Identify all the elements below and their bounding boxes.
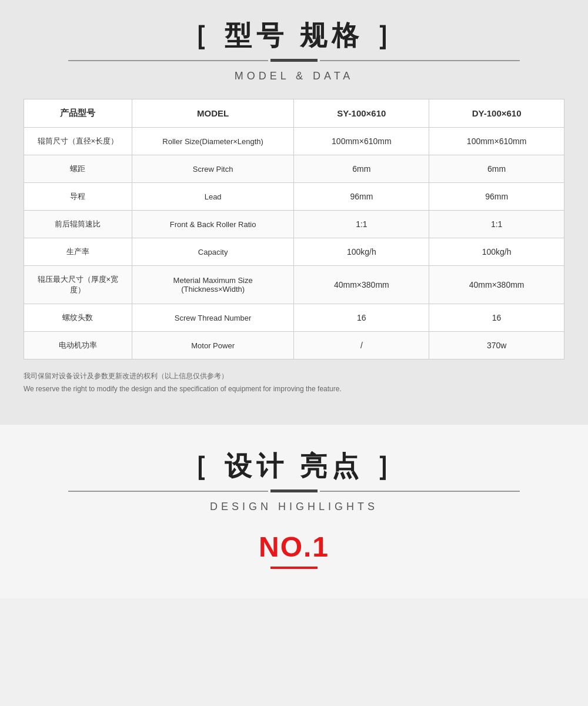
- table-cell: Screw Thread Number: [132, 304, 294, 332]
- table-cell: Motor Power: [132, 332, 294, 359]
- disclaimer-en: We reserve the right to modify the desig…: [24, 383, 564, 396]
- model-title-divider: [24, 59, 564, 62]
- spec-table: 产品型号 MODEL SY-100×610 DY-100×610 辊筒尺寸（直径…: [24, 99, 564, 359]
- design-title-block: ［ 设计 亮点 ］ DESIGN HIGHLIGHTS: [24, 448, 564, 513]
- table-cell: 电动机功率: [24, 332, 132, 359]
- table-cell: 100mm×610mm: [294, 128, 429, 155]
- header-chinese: 产品型号: [24, 99, 132, 128]
- table-cell: 40mm×380mm: [294, 266, 429, 304]
- divider-line-right-2: [320, 491, 520, 492]
- table-container: 产品型号 MODEL SY-100×610 DY-100×610 辊筒尺寸（直径…: [24, 99, 564, 359]
- table-cell: Roller Size(Diameter×Length): [132, 128, 294, 155]
- divider-line-left-2: [68, 491, 268, 492]
- table-cell: 1:1: [294, 211, 429, 238]
- table-cell: 100mm×610mm: [429, 128, 564, 155]
- table-cell: 辊压最大尺寸（厚度×宽度）: [24, 266, 132, 304]
- header-sy: SY-100×610: [294, 99, 429, 128]
- table-cell: 1:1: [429, 211, 564, 238]
- table-row: 生产率Capacity100kg/h100kg/h: [24, 238, 564, 266]
- table-cell: 螺纹头数: [24, 304, 132, 332]
- design-title-cn: ［ 设计 亮点 ］: [24, 448, 564, 485]
- table-cell: 16: [429, 304, 564, 332]
- table-row: 螺距Screw Pitch6mm6mm: [24, 155, 564, 183]
- divider-line-right: [320, 60, 520, 61]
- table-row: 辊压最大尺寸（厚度×宽度）Meterial Maximum Size (Thic…: [24, 266, 564, 304]
- table-cell: Lead: [132, 183, 294, 211]
- table-row: 辊筒尺寸（直径×长度）Roller Size(Diameter×Length)1…: [24, 128, 564, 155]
- table-row: 螺纹头数Screw Thread Number1616: [24, 304, 564, 332]
- table-cell: Screw Pitch: [132, 155, 294, 183]
- table-cell: 生产率: [24, 238, 132, 266]
- table-cell: 6mm: [429, 155, 564, 183]
- table-cell: 6mm: [294, 155, 429, 183]
- table-cell: /: [294, 332, 429, 359]
- no1-label: NO.1: [24, 531, 564, 563]
- table-cell: 96mm: [429, 183, 564, 211]
- section-design: ［ 设计 亮点 ］ DESIGN HIGHLIGHTS NO.1: [0, 425, 588, 598]
- divider-line-left: [68, 60, 268, 61]
- table-cell: 40mm×380mm: [429, 266, 564, 304]
- disclaimer-cn: 我司保留对设备设计及参数更新改进的权利（以上信息仅供参考）: [24, 370, 564, 383]
- model-title-en: MODEL & DATA: [24, 70, 564, 82]
- table-cell: 16: [294, 304, 429, 332]
- section-model: ［ 型号 规格 ］ MODEL & DATA 产品型号 MODEL SY-100…: [0, 0, 588, 425]
- table-header-row: 产品型号 MODEL SY-100×610 DY-100×610: [24, 99, 564, 128]
- no1-block: NO.1: [24, 531, 564, 569]
- design-title-divider: [24, 489, 564, 492]
- table-row: 电动机功率Motor Power/370w: [24, 332, 564, 359]
- table-cell: 100kg/h: [429, 238, 564, 266]
- table-cell: 96mm: [294, 183, 429, 211]
- design-title-en: DESIGN HIGHLIGHTS: [24, 501, 564, 513]
- table-cell: 370w: [429, 332, 564, 359]
- header-dy: DY-100×610: [429, 99, 564, 128]
- table-cell: 前后辊筒速比: [24, 211, 132, 238]
- table-cell: 导程: [24, 183, 132, 211]
- divider-center-bar-2: [270, 489, 318, 492]
- table-cell: Front & Back Roller Ratio: [132, 211, 294, 238]
- disclaimer-block: 我司保留对设备设计及参数更新改进的权利（以上信息仅供参考） We reserve…: [24, 370, 564, 395]
- table-cell: 辊筒尺寸（直径×长度）: [24, 128, 132, 155]
- model-title-cn: ［ 型号 规格 ］: [24, 18, 564, 54]
- table-row: 导程Lead96mm96mm: [24, 183, 564, 211]
- table-cell: 螺距: [24, 155, 132, 183]
- model-title-block: ［ 型号 规格 ］ MODEL & DATA: [24, 18, 564, 82]
- table-cell: 100kg/h: [294, 238, 429, 266]
- table-cell: Capacity: [132, 238, 294, 266]
- no1-underline: [270, 567, 318, 569]
- divider-center-bar: [270, 59, 318, 62]
- table-row: 前后辊筒速比Front & Back Roller Ratio1:11:1: [24, 211, 564, 238]
- header-model: MODEL: [132, 99, 294, 128]
- table-cell: Meterial Maximum Size (Thickness×Width): [132, 266, 294, 304]
